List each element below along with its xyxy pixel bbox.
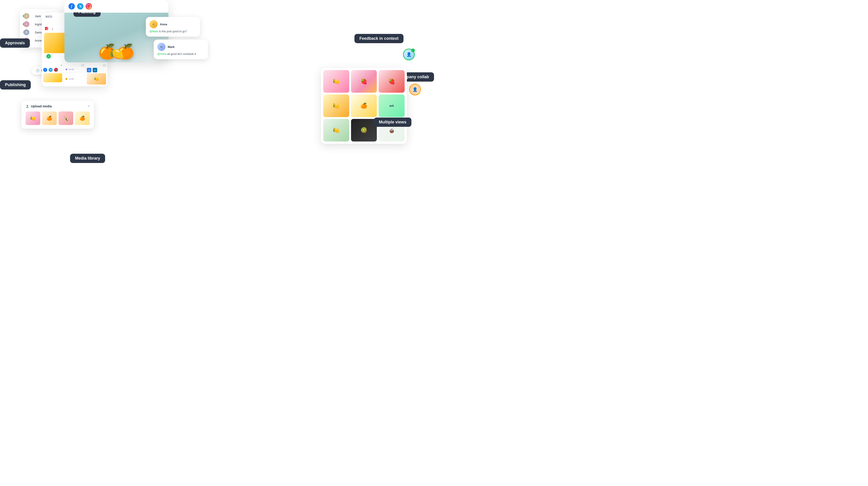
google-icon-11: G xyxy=(87,68,91,72)
cal-cell-10: 10 12:15 13:20 xyxy=(64,62,86,86)
planning-label: Planning xyxy=(73,12,101,17)
cal-cell-11: 11 G in 🍋 xyxy=(86,62,107,86)
collab-avatar-1: 👤 xyxy=(403,49,415,60)
upload-panel[interactable]: Upload media × 🍋 🍊 🍾 🍊 xyxy=(22,100,94,129)
mark-avatar: M xyxy=(157,43,165,51)
mv-content-6: ask xyxy=(379,94,405,117)
fruit-11: 🍋 xyxy=(87,73,106,85)
mark-mention: @Mark xyxy=(149,30,158,33)
svg-rect-0 xyxy=(26,107,29,108)
calendar-row-2: 9 f 𝕏 📷 10 12:15 13:20 xyxy=(42,62,107,86)
mv-cell-3: 🍓 xyxy=(379,70,405,93)
comment-mark: M Mark @Anna all good let's schedule it. xyxy=(154,39,208,59)
mv-cell-8: 🥝 xyxy=(351,119,377,142)
tw-icon-9: 𝕏 xyxy=(49,68,53,72)
cal-check-icon: ✓ xyxy=(46,54,51,59)
time-text-1320: 13:20 xyxy=(69,78,74,80)
ig-dot xyxy=(91,3,92,4)
comment-anna-header: A Anna xyxy=(149,20,196,28)
mv-content-4: 🍋 xyxy=(323,94,349,117)
orange-half-img: 🍋 xyxy=(109,47,124,61)
mv-grid: 🍋 🍓 🍓 🍋 🍊 ask 🍋 🥝 xyxy=(323,70,405,142)
cal-img-11: 🍋 xyxy=(87,73,106,85)
mv-grid-card: 🍋 🍓 🍓 🍋 🍊 ask 🍋 🥝 xyxy=(321,68,407,144)
multiple-views-label: Multiple views xyxy=(374,118,411,127)
cal-social-icons-9: f 𝕏 📷 xyxy=(43,68,62,72)
online-indicator-1 xyxy=(411,49,415,52)
avatar-ingrid: I xyxy=(24,21,29,27)
instagram-icon xyxy=(86,3,92,9)
anna-mention: @Anna xyxy=(157,53,166,56)
mv-cell-6: ask xyxy=(379,94,405,117)
upload-grid: 🍋 🍊 🍾 🍊 xyxy=(26,112,90,125)
collab-avatar-container: 👤 xyxy=(403,49,415,60)
mv-cell-4: 🍋 xyxy=(323,94,349,117)
mv-content-3: 🍓 xyxy=(379,70,405,93)
approvals-label: Approvals xyxy=(0,38,30,48)
mv-content-1: 🍋 xyxy=(323,70,349,93)
cal-img-9 xyxy=(43,73,62,82)
cal-num-9: 9 xyxy=(43,64,62,67)
anna-avatar: A xyxy=(149,20,158,28)
upload-thumb-2[interactable]: 🍊 xyxy=(42,112,57,125)
clock-icon: 🕐 xyxy=(36,69,39,72)
thumb-fruit-1: 🍋 xyxy=(26,112,40,125)
cal-cell-9: 9 f 𝕏 📷 xyxy=(42,62,64,86)
fb-icon-9: f xyxy=(43,68,47,72)
time-dot-yellow xyxy=(66,78,67,80)
collab-avatar2-container: 👤 xyxy=(409,84,421,95)
thumb-fruit-4: 🍊 xyxy=(75,112,90,125)
mv-cell-1: 🍋 xyxy=(323,70,349,93)
upload-title-container: Upload media xyxy=(26,104,52,108)
avatar-samuel: S xyxy=(24,29,29,35)
thumb-bottle: 🍾 xyxy=(59,112,73,125)
time-text-1215: 12:15 xyxy=(69,68,74,70)
social-icons-bar: f 𝕏 xyxy=(64,0,168,13)
time-dot-purple xyxy=(66,68,67,70)
mv-content-2: 🍓 xyxy=(351,70,377,93)
mv-content-7: 🍋 xyxy=(323,119,349,142)
ig-icon-9: 📷 xyxy=(54,68,58,72)
upload-thumb-4[interactable]: 🍊 xyxy=(75,112,90,125)
mv-content-5: 🍊 xyxy=(351,94,377,117)
cal-num-10: 10 xyxy=(66,64,84,67)
ig-circle xyxy=(88,6,90,7)
instagram-icon-cal xyxy=(44,26,49,31)
cal-num-11: 11 xyxy=(87,64,106,67)
upload-close-button[interactable]: × xyxy=(88,104,90,108)
avatar-jack: J xyxy=(24,13,29,19)
mv-content-8: 🥝 xyxy=(351,119,377,142)
person-name-anne: Anne xyxy=(35,39,41,42)
mv-cell-5: 🍊 xyxy=(351,94,377,117)
lk-icons-cell: G in xyxy=(87,68,106,72)
mv-cell-7: 🍋 xyxy=(323,119,349,142)
person-name-ingrid: Ingrid xyxy=(35,23,42,26)
anna-comment-text: @Mark is this post good to go? xyxy=(149,30,196,33)
upload-header: Upload media × xyxy=(26,104,90,108)
feedback-label: Feedback in context xyxy=(354,34,403,43)
upload-icon xyxy=(26,104,29,108)
publishing-label: Publishing xyxy=(0,80,31,90)
dashed-line xyxy=(66,72,84,77)
upload-thumb-1[interactable]: 🍋 xyxy=(26,112,40,125)
time-slot-2: 13:20 xyxy=(66,77,84,81)
time-slot-1: 12:15 xyxy=(66,68,84,71)
comment-anna: A Anna @Mark is this post good to go? xyxy=(146,17,200,37)
mark-name: Mark xyxy=(168,45,175,49)
tiktok-icon-cal: ♪ xyxy=(50,26,55,31)
comment-mark-header: M Mark xyxy=(157,43,204,51)
upload-thumb-3[interactable]: 🍾 xyxy=(59,112,73,125)
upload-title-text: Upload media xyxy=(31,104,52,108)
ig-shape xyxy=(87,4,91,8)
media-library-label: Media library xyxy=(70,154,105,163)
fb-f-letter: f xyxy=(71,4,72,8)
facebook-icon: f xyxy=(68,3,75,9)
twitter-icon: 𝕏 xyxy=(77,3,84,9)
mv-cell-2: 🍓 xyxy=(351,70,377,93)
person-name-jack: Jack xyxy=(35,14,41,18)
anna-name: Anna xyxy=(160,23,167,26)
tw-letter: 𝕏 xyxy=(79,4,82,8)
linkedin-icon-11: in xyxy=(93,68,97,72)
mark-comment-text: @Anna all good let's schedule it. xyxy=(157,52,204,56)
scene: ✓ J Jack ✓ I Ingrid S Samuel A Anne xyxy=(0,0,434,243)
